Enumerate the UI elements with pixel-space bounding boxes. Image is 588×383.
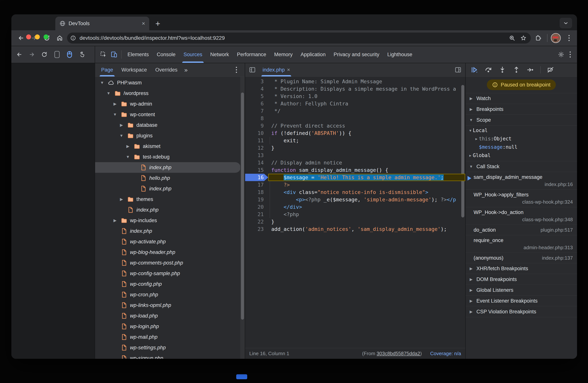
line-number-20[interactable]: 20: [245, 203, 268, 211]
code-area[interactable]: 3 * Plugin Name: Simple Admin Message4 *…: [245, 77, 465, 348]
line-number-15[interactable]: 15: [245, 166, 268, 174]
resume-script-icon[interactable]: [470, 66, 479, 74]
line-number-12[interactable]: 12: [245, 144, 268, 152]
device-toolbar-icon[interactable]: [109, 49, 119, 60]
step-out-icon[interactable]: [512, 66, 521, 74]
line-number-3[interactable]: 3: [245, 78, 268, 85]
bookmark-star-icon[interactable]: [519, 33, 528, 43]
line-number-19[interactable]: 19: [245, 196, 268, 203]
section-csp-violation-breakpoints[interactable]: ▶CSP Violation Breakpoints: [466, 306, 577, 317]
close-file-icon[interactable]: ×: [287, 67, 290, 73]
section-global-listeners[interactable]: ▶Global Listeners: [466, 285, 577, 296]
address-bar[interactable]: devtools://devtools/bundled/inspector.ht…: [67, 33, 531, 43]
line-number-7[interactable]: 7: [245, 107, 268, 115]
code-line-5[interactable]: 5 * Version: 1.0: [245, 93, 465, 100]
call-stack-frame[interactable]: (anonymous)index.php:137: [466, 253, 577, 263]
scope-local[interactable]: ▼Local: [466, 126, 577, 134]
hide-debugger-icon[interactable]: [453, 64, 463, 75]
browser-tab[interactable]: DevTools ×: [55, 17, 149, 30]
tab-elements[interactable]: Elements: [124, 46, 153, 63]
chevron-right-icon[interactable]: ▶: [118, 197, 125, 202]
step-icon[interactable]: [526, 66, 535, 74]
code-line-10[interactable]: 10if (!defined('ABSPATH')) {: [245, 129, 465, 137]
tab-lighthouse[interactable]: Lighthouse: [383, 46, 416, 63]
more-tabs-icon[interactable]: »: [182, 66, 190, 74]
mouse-icon[interactable]: [67, 51, 72, 58]
code-line-8[interactable]: 8: [245, 115, 465, 122]
tree-item-akismet[interactable]: ▶akismet: [95, 141, 245, 152]
chevron-right-icon[interactable]: ▶: [118, 123, 125, 127]
tree-item-wp-config-php[interactable]: wp-config.php: [95, 279, 245, 289]
tree-item-index-php[interactable]: index.php: [95, 205, 245, 215]
code-line-19[interactable]: 19 <p><?php _e($message, 'simple-admin-m…: [245, 196, 465, 203]
screencast-viewport[interactable]: [11, 63, 95, 359]
call-stack-frame[interactable]: do_actionplugin.php:517: [466, 225, 577, 235]
chevron-right-icon[interactable]: ▶: [125, 144, 131, 149]
code-line-text[interactable]: // Display admin notice: [268, 159, 465, 166]
code-line-text[interactable]: function sam_display_admin_message() {: [268, 166, 465, 174]
code-line-text[interactable]: <?php: [268, 211, 465, 218]
tree-item-wp-login-php[interactable]: wp-login.php: [95, 321, 245, 332]
section-xhr-fetch-breakpoints[interactable]: ▶XHR/fetch Breakpoints: [466, 263, 577, 274]
source-hash-link[interactable]: 303c8bd55875dda2: [377, 351, 420, 356]
line-number-14[interactable]: 14: [245, 159, 268, 166]
line-number-18[interactable]: 18: [245, 189, 268, 196]
section-breakpoints[interactable]: ▶Breakpoints: [466, 104, 577, 115]
step-over-icon[interactable]: [484, 66, 493, 74]
tab-privacy-and-security[interactable]: Privacy and security: [330, 46, 383, 63]
code-line-17[interactable]: 17 ?>: [245, 181, 465, 189]
tree-item-hello-php[interactable]: hello.php: [95, 173, 245, 183]
tree-item-wp-load-php[interactable]: wp-load.php: [95, 310, 245, 321]
chevron-down-icon[interactable]: ▼: [112, 112, 118, 117]
touch-icon[interactable]: [79, 51, 85, 58]
tree-item-wp-admin[interactable]: ▶wp-admin: [95, 99, 245, 109]
sidebar-tab-workspace[interactable]: Workspace: [117, 63, 151, 77]
line-number-6[interactable]: 6: [245, 100, 268, 107]
code-line-21[interactable]: 21 <?php: [245, 211, 465, 218]
code-line-15[interactable]: 15function sam_display_admin_message() {: [245, 166, 465, 174]
tree-item-database[interactable]: ▶database: [95, 120, 245, 130]
extensions-icon[interactable]: [533, 33, 544, 43]
tree-item-wp-links-opml-php[interactable]: wp-links-opml.php: [95, 300, 245, 310]
code-line-14[interactable]: 14// Display admin notice: [245, 159, 465, 166]
code-line-text[interactable]: ?>: [268, 181, 465, 189]
screencast-forward-icon[interactable]: [29, 52, 35, 57]
code-line-text[interactable]: * Plugin Name: Simple Admin Message: [268, 78, 465, 85]
tree-item-wp-activate-php[interactable]: wp-activate.php: [95, 236, 245, 247]
code-line-22[interactable]: 22}: [245, 218, 465, 225]
tree-item-wp-mail-php[interactable]: wp-mail.php: [95, 332, 245, 342]
code-line-11[interactable]: 11 exit;: [245, 137, 465, 144]
tree-item-wp-signup-php[interactable]: wp-signup.php: [95, 353, 245, 359]
chevron-down-icon[interactable]: ▼: [125, 154, 131, 159]
chevron-right-icon[interactable]: ▶: [112, 102, 118, 106]
zoom-icon[interactable]: [507, 33, 517, 43]
code-line-text[interactable]: * Version: 1.0: [268, 93, 465, 100]
tree-item-wp-content[interactable]: ▼wp-content: [95, 109, 245, 120]
new-tab-button[interactable]: +: [152, 18, 163, 29]
tree-item-plugins[interactable]: ▼plugins: [95, 130, 245, 141]
sidebar-menu-icon[interactable]: [233, 67, 240, 73]
code-line-text[interactable]: [268, 152, 465, 159]
code-line-20[interactable]: 20 </div>: [245, 203, 465, 211]
call-stack-frame[interactable]: sam_display_admin_messageindex.php:16: [466, 172, 577, 190]
close-tab-icon[interactable]: ×: [142, 20, 145, 27]
code-line-7[interactable]: 7 */: [245, 107, 465, 115]
code-line-3[interactable]: 3 * Plugin Name: Simple Admin Message: [245, 78, 465, 85]
tab-application[interactable]: Application: [297, 46, 330, 63]
scope-this[interactable]: ▶this: Object: [466, 134, 577, 143]
devtools-menu-icon[interactable]: [567, 52, 574, 57]
chevron-right-icon[interactable]: ▶: [112, 218, 118, 223]
inspect-element-icon[interactable]: [98, 49, 109, 60]
section-dom-breakpoints[interactable]: ▶DOM Breakpoints: [466, 274, 577, 285]
close-window-button[interactable]: [26, 35, 31, 39]
code-line-text[interactable]: if (!defined('ABSPATH')) {: [268, 129, 465, 137]
tab-search-button[interactable]: [560, 18, 572, 28]
tab-sources[interactable]: Sources: [180, 46, 206, 63]
tab-memory[interactable]: Memory: [270, 46, 297, 63]
call-stack-frame[interactable]: require_onceadmin-header.php:313: [466, 235, 577, 253]
tree-item-test-xdebug[interactable]: ▼test-xdebug: [95, 152, 245, 162]
tab-performance[interactable]: Performance: [233, 46, 270, 63]
tree-item-themes[interactable]: ▶themes: [95, 194, 245, 205]
tree-item-wp-includes[interactable]: ▶wp-includes: [95, 215, 245, 226]
code-line-text[interactable]: $message = 'Hello! This is a simple admi…: [268, 174, 465, 181]
